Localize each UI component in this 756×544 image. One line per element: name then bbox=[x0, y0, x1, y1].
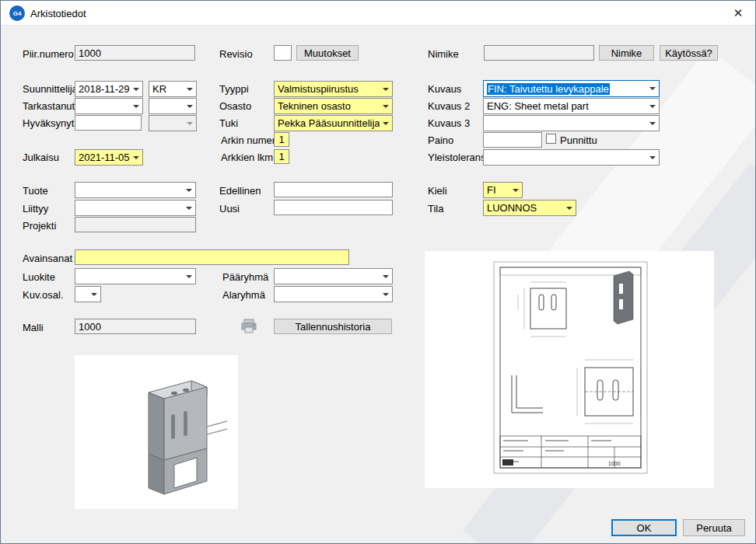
hyvaksynyt-initials-combo[interactable] bbox=[149, 115, 197, 131]
uusi-label: Uusi bbox=[219, 203, 240, 214]
liittyy-label: Liittyy bbox=[23, 203, 48, 214]
projekti-input[interactable] bbox=[75, 217, 196, 232]
tyyppi-combo[interactable]: Valmistuspiirustus bbox=[274, 81, 393, 97]
tila-combo[interactable]: LUONNOS bbox=[483, 200, 576, 216]
kieli-value: FI bbox=[484, 184, 509, 196]
tyyppi-label: Tyyppi bbox=[219, 83, 249, 95]
tyyppi-value: Valmistuspiirustus bbox=[275, 83, 380, 95]
chevron-down-icon bbox=[646, 81, 659, 96]
kuvaus-value: FIN: Taivutettu levykappale bbox=[487, 83, 610, 95]
chevron-down-icon bbox=[130, 82, 142, 96]
paino-input[interactable] bbox=[483, 132, 542, 148]
paaryhma-combo[interactable] bbox=[274, 268, 393, 284]
revisio-label: Revisio bbox=[219, 48, 253, 60]
malli-input[interactable] bbox=[75, 319, 196, 334]
chevron-down-icon bbox=[380, 99, 392, 113]
tuote-combo[interactable] bbox=[75, 182, 196, 198]
julkaisu-label: Julkaisu bbox=[23, 152, 59, 163]
osasto-value: Tekninen osasto bbox=[275, 100, 380, 112]
kuv-osal-combo[interactable] bbox=[75, 286, 101, 302]
chevron-down-icon bbox=[380, 116, 392, 131]
part-preview-image bbox=[75, 355, 238, 509]
drawing-preview-image: 1000 bbox=[425, 251, 714, 488]
tarkastanut-date-combo[interactable] bbox=[75, 98, 143, 114]
chevron-down-icon bbox=[646, 99, 659, 113]
revisio-input[interactable] bbox=[274, 45, 292, 61]
print-icon[interactable] bbox=[240, 318, 257, 335]
malli-label: Malli bbox=[23, 322, 44, 333]
nimike-button[interactable]: Nimike bbox=[599, 45, 654, 61]
window-title: Arkistotiedot bbox=[30, 8, 86, 19]
alaryhma-label: Alaryhmä bbox=[222, 289, 265, 301]
uusi-input[interactable] bbox=[274, 200, 393, 215]
nimike-input[interactable] bbox=[484, 45, 594, 61]
app-logo-icon: G4 bbox=[9, 5, 25, 21]
kaytossa-button[interactable]: Käytössä? bbox=[660, 45, 718, 61]
chevron-down-icon bbox=[380, 269, 392, 284]
chevron-down-icon bbox=[184, 116, 196, 131]
luokite-label: Luokite bbox=[23, 271, 55, 283]
alaryhma-combo[interactable] bbox=[274, 286, 393, 302]
projekti-label: Projekti bbox=[23, 220, 56, 232]
paaryhma-label: Pääryhmä bbox=[222, 271, 268, 283]
tallennushistoria-button[interactable]: Tallennushistoria bbox=[274, 319, 392, 334]
kuv-osal-label: Kuv.osal. bbox=[23, 289, 64, 301]
tuki-label: Tuki bbox=[219, 117, 238, 129]
kuvaus3-label: Kuvaus 3 bbox=[428, 117, 470, 129]
chevron-down-icon bbox=[183, 269, 195, 284]
kuvaus3-combo[interactable] bbox=[483, 115, 660, 131]
tuki-combo[interactable]: Pekka Pääsuunnittelija bbox=[274, 115, 393, 131]
hyvaksynyt-label: Hyväksynyt bbox=[23, 117, 74, 129]
osasto-label: Osasto bbox=[219, 100, 251, 112]
piir-numero-label: Piir.numero bbox=[23, 48, 74, 60]
suunnittelija-date-value: 2018-11-29 bbox=[75, 83, 130, 95]
ok-button[interactable]: OK bbox=[611, 519, 677, 536]
muutokset-button[interactable]: Muutokset bbox=[296, 45, 359, 61]
suunnittelija-initials-combo[interactable]: KR bbox=[149, 81, 197, 97]
peruuta-button[interactable]: Peruuta bbox=[683, 519, 745, 536]
chevron-down-icon bbox=[183, 201, 195, 215]
tila-value: LUONNOS bbox=[484, 202, 563, 214]
suunnittelija-initials-value: KR bbox=[149, 83, 184, 95]
osasto-combo[interactable]: Tekninen osasto bbox=[274, 98, 393, 114]
tarkastanut-label: Tarkastanut bbox=[23, 100, 75, 112]
avainsanat-input[interactable] bbox=[75, 249, 349, 265]
chevron-down-icon bbox=[646, 116, 659, 131]
edellinen-input[interactable] bbox=[274, 182, 393, 197]
kuvaus2-combo[interactable]: ENG: Sheet metal part bbox=[483, 98, 660, 114]
tila-label: Tila bbox=[428, 203, 443, 214]
chevron-down-icon bbox=[509, 183, 522, 197]
julkaisu-value: 2021-11-05 bbox=[75, 152, 130, 163]
liittyy-combo[interactable] bbox=[75, 200, 196, 216]
kuvaus-text: FIN: Taivutettu levykappale bbox=[484, 83, 646, 95]
piir-numero-input[interactable] bbox=[75, 45, 195, 61]
julkaisu-combo[interactable]: 2021-11-05 bbox=[75, 149, 143, 166]
tarkastanut-initials-combo[interactable] bbox=[149, 98, 197, 114]
avainsanat-label: Avainsanat bbox=[23, 253, 72, 264]
kuvaus-combo[interactable]: FIN: Taivutettu levykappale bbox=[483, 80, 660, 97]
punnittu-checkbox[interactable] bbox=[546, 134, 556, 144]
tuki-value: Pekka Pääsuunnittelija bbox=[275, 117, 380, 129]
arkin-numero-label: Arkin numero bbox=[221, 134, 281, 146]
close-icon[interactable]: ✕ bbox=[727, 3, 749, 23]
title-bar: G4 Arkistotiedot ✕ bbox=[1, 1, 755, 26]
suunnittelija-date-combo[interactable]: 2018-11-29 bbox=[75, 81, 143, 97]
arkkien-lkm-label: Arkkien lkm bbox=[221, 152, 273, 163]
kuvaus2-label: Kuvaus 2 bbox=[428, 100, 470, 112]
chevron-down-icon bbox=[183, 183, 195, 197]
kieli-combo[interactable]: FI bbox=[483, 182, 523, 198]
chevron-down-icon bbox=[380, 287, 392, 302]
yleistoleranssi-combo[interactable] bbox=[483, 149, 660, 166]
chevron-down-icon bbox=[563, 201, 576, 215]
luokite-combo[interactable] bbox=[75, 268, 196, 284]
arkkien-lkm-input[interactable] bbox=[274, 149, 289, 164]
chevron-down-icon bbox=[88, 287, 100, 302]
arkin-numero-input[interactable] bbox=[274, 132, 289, 147]
tuote-label: Tuote bbox=[23, 185, 48, 197]
kieli-label: Kieli bbox=[428, 185, 447, 197]
chevron-down-icon bbox=[646, 150, 659, 165]
punnittu-label: Punnittu bbox=[560, 134, 597, 146]
chevron-down-icon bbox=[380, 82, 392, 96]
chevron-down-icon bbox=[184, 99, 196, 113]
hyvaksynyt-date-input[interactable] bbox=[75, 115, 142, 131]
